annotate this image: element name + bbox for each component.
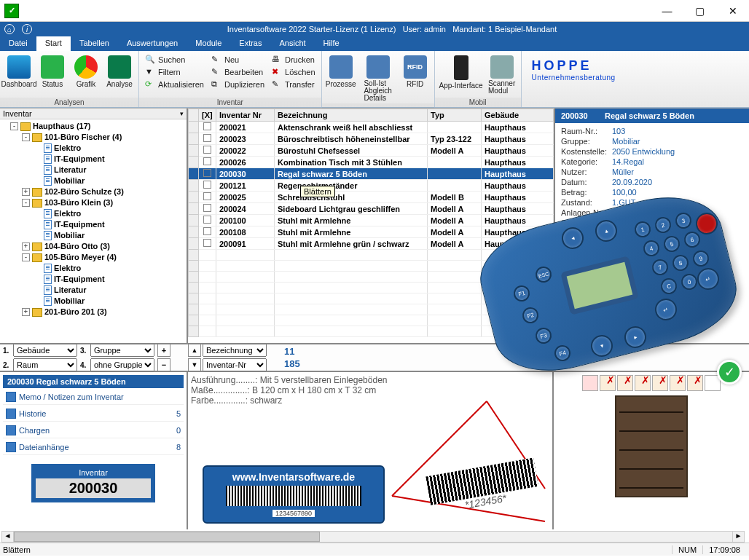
- memo-icon: [6, 392, 16, 402]
- rfid-button[interactable]: RFIDRFID: [399, 52, 431, 88]
- thumb-5-icon[interactable]: [652, 375, 668, 391]
- bearbeiten-button[interactable]: ✎Bearbeiten: [208, 66, 267, 78]
- table-row[interactable]: 200026Kombination Tisch mit 3 StühlenHau…: [189, 157, 554, 168]
- analyse-button[interactable]: Analyse: [103, 52, 136, 88]
- menu-hilfe[interactable]: Hilfe: [315, 36, 348, 51]
- transfer-button[interactable]: ✎Transfer: [269, 79, 318, 90]
- sort-down[interactable]: ▼: [188, 358, 201, 371]
- menu-tabellen[interactable]: Tabellen: [71, 36, 118, 51]
- transfer-icon: ✎: [272, 79, 282, 90]
- table-row[interactable]: 200091Stuhl mit Armlehne grün / schwarzM…: [189, 238, 554, 250]
- tree-node[interactable]: +104-Büro Otto (3): [1, 241, 185, 252]
- tree-node[interactable]: Elektro: [1, 263, 185, 274]
- tree-node[interactable]: Literatur: [1, 285, 185, 296]
- thumb-2-icon[interactable]: [600, 375, 616, 391]
- tree-node[interactable]: Mobiliar: [1, 230, 185, 241]
- tree-header[interactable]: Inventar: [0, 109, 187, 119]
- link-anhaenge[interactable]: Dateianhänge8: [3, 440, 184, 455]
- table-row[interactable]: 200121RegenschirmständerHaupthaus: [189, 180, 554, 192]
- refresh-icon: ⟳: [145, 79, 155, 90]
- table-row[interactable]: 200024Sideboard Lichtgrau geschliffenMod…: [189, 203, 554, 215]
- menu-start[interactable]: Start: [36, 36, 71, 51]
- menu-module[interactable]: Module: [187, 36, 230, 51]
- tree-node[interactable]: -Haupthaus (17): [1, 121, 185, 132]
- suchen-button[interactable]: 🔍Suchen: [142, 54, 207, 66]
- grafik-button[interactable]: Grafik: [70, 52, 102, 88]
- minimize-button[interactable]: —: [651, 1, 683, 21]
- tree-node[interactable]: +102-Büro Schulze (3): [1, 186, 185, 197]
- filter-bar: 1.Gebäude 2.Raum 3.Gruppe 4.ohne Gruppie…: [0, 343, 749, 372]
- group-analysen-label: Analysen: [0, 98, 138, 107]
- table-row[interactable]: 200108Stuhl mit ArmlehneModell AHaupthau…: [189, 226, 554, 238]
- menu-auswertungen[interactable]: Auswertungen: [118, 36, 187, 51]
- aktualisieren-button[interactable]: ⟳Aktualisieren: [142, 79, 207, 90]
- app-icon: ✓: [4, 4, 19, 18]
- table-row[interactable]: 200022Bürostuhl ChefsesselModell AHaupth…: [189, 145, 554, 157]
- tree-node[interactable]: Mobiliar: [1, 176, 185, 186]
- table-row[interactable]: 200021Aktenschrank weiß hell abschliesst…: [189, 122, 554, 133]
- sort-inventarnr[interactable]: Inventar-Nr: [203, 358, 267, 371]
- tree-node[interactable]: +201-Büro 201 (3): [1, 307, 185, 318]
- tree-node[interactable]: IT-Equipment: [1, 154, 185, 165]
- link-historie[interactable]: Historie5: [3, 406, 184, 422]
- link-chargen[interactable]: Chargen0: [3, 423, 184, 438]
- menu-extras[interactable]: Extras: [230, 36, 270, 51]
- tree-node[interactable]: -105-Büro Meyer (4): [1, 252, 185, 263]
- loeschen-button[interactable]: ✖Löschen: [269, 66, 318, 78]
- dashboard-button[interactable]: Dashboard: [3, 52, 35, 88]
- link-memo[interactable]: Memo / Notizen zum Inventar: [3, 390, 184, 405]
- tree-node[interactable]: Elektro: [1, 208, 185, 219]
- horizontal-scrollbar[interactable]: ◄ ►: [1, 531, 745, 543]
- thumb-6-icon[interactable]: [670, 375, 686, 391]
- tree-node[interactable]: IT-Equipment: [1, 219, 185, 230]
- app-interface-button[interactable]: App-Interface: [438, 52, 485, 90]
- thumb-7-icon[interactable]: [687, 375, 703, 391]
- filter-gebaeude[interactable]: Gebäude: [13, 344, 77, 357]
- table-row[interactable]: 200100Stuhl mit ArmlehneModell AHaupthau…: [189, 215, 554, 226]
- sort-bezeichnung[interactable]: Bezeichnung: [203, 344, 267, 357]
- details-row: Geräte-Nr:G15-10-01: [561, 228, 743, 238]
- details-bez: Regal schwarz 5 Böden: [605, 111, 694, 120]
- filter-raum[interactable]: Raum: [13, 358, 77, 371]
- thumb-3-icon[interactable]: [617, 375, 633, 391]
- tree-node[interactable]: Elektro: [1, 143, 185, 154]
- table-row[interactable]: 200025SchreibtischstuhlModell BHaupthaus: [189, 192, 554, 203]
- home-icon[interactable]: ⌂: [4, 24, 15, 34]
- inventory-table[interactable]: [X] Inventar Nr Bezeichnung Typ Gebäude …: [188, 109, 554, 337]
- scanner-modul-button[interactable]: Scanner Modul: [486, 52, 518, 95]
- filtern-button[interactable]: ▼Filtern: [142, 66, 207, 78]
- barcode-label: www.Inventarsoftware.de 1234567890: [203, 465, 385, 524]
- tree-node[interactable]: Literatur: [1, 165, 185, 176]
- thumb-pdf-icon[interactable]: [582, 375, 598, 391]
- tree-node[interactable]: -101-Büro Fischer (4): [1, 132, 185, 143]
- details-row: Anlagen-NrA234-20: [561, 208, 743, 218]
- sollist-button[interactable]: Soll-Ist Abgleich Details: [358, 52, 398, 102]
- item-title: 200030 Regal schwarz 5 Böden: [3, 375, 184, 388]
- close-button[interactable]: ✕: [716, 1, 749, 21]
- filter-gruppe[interactable]: Gruppe: [90, 344, 154, 357]
- menu-datei[interactable]: Datei: [0, 36, 36, 51]
- info-icon[interactable]: i: [22, 24, 32, 34]
- tree-body[interactable]: -Haupthaus (17)-101-Büro Fischer (4)Elek…: [0, 119, 187, 343]
- product-image: [615, 395, 688, 497]
- neu-button[interactable]: ✎Neu: [208, 54, 267, 66]
- menu-ansicht[interactable]: Ansicht: [271, 36, 315, 51]
- tree-node[interactable]: -103-Büro Klein (3): [1, 197, 185, 208]
- sort-up[interactable]: ▲: [188, 344, 201, 357]
- duplizieren-button[interactable]: ⧉Duplizieren: [208, 79, 267, 90]
- table-row[interactable]: 200023Büroschreibtisch höheneinstellbarT…: [189, 133, 554, 145]
- filter-ohne[interactable]: ohne Gruppierung: [90, 358, 154, 371]
- filter-plus[interactable]: +: [157, 344, 170, 357]
- titlebar: ✓ — ▢ ✕: [0, 0, 749, 22]
- maximize-button[interactable]: ▢: [683, 1, 716, 21]
- tree-node[interactable]: IT-Equipment: [1, 274, 185, 285]
- status-button[interactable]: Status: [36, 52, 68, 88]
- filter-minus[interactable]: −: [157, 358, 170, 371]
- tree-node[interactable]: Mobiliar: [1, 296, 185, 307]
- thumb-4-icon[interactable]: [635, 375, 651, 391]
- app-header: ⌂ i Inventarsoftware 2022 Starter-Lizenz…: [0, 22, 749, 36]
- attachments-panel: [554, 372, 749, 529]
- prozesse-button[interactable]: Prozesse: [325, 52, 357, 88]
- drucken-button[interactable]: 🖶Drucken: [269, 54, 318, 66]
- table-row[interactable]: 200030Regal schwarz 5 BödenHaupthaus: [189, 168, 554, 180]
